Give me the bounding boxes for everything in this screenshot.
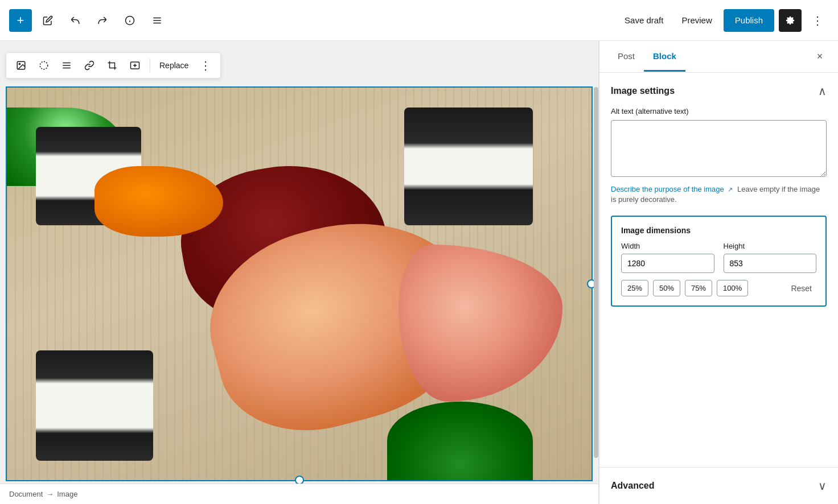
- advanced-chevron-icon: ∨: [818, 479, 827, 493]
- tab-group: Post Block: [609, 42, 685, 71]
- preview-button[interactable]: Preview: [675, 11, 718, 30]
- pct-25-button[interactable]: 25%: [621, 280, 648, 296]
- select-button[interactable]: [34, 55, 54, 76]
- breadcrumb-document[interactable]: Document: [9, 490, 43, 498]
- publish-button[interactable]: Publish: [724, 9, 774, 32]
- toolbar-divider: [150, 59, 150, 72]
- width-input[interactable]: [621, 254, 714, 273]
- height-field: Height: [724, 242, 817, 273]
- breadcrumb-image[interactable]: Image: [57, 490, 77, 498]
- advanced-section: Advanced ∨: [599, 467, 838, 504]
- dimensions-title: Image dimensions: [621, 226, 816, 235]
- image-block[interactable]: [6, 86, 593, 481]
- sidebar-tabs: Post Block ×: [599, 41, 838, 73]
- describe-link-text: Describe the purpose of the image: [611, 185, 724, 193]
- tab-block[interactable]: Block: [644, 42, 685, 72]
- list-view-button[interactable]: [146, 9, 169, 32]
- breadcrumb-arrow: →: [46, 490, 54, 498]
- percent-row: 25% 50% 75% 100% Reset: [621, 280, 816, 296]
- describe-section: Describe the purpose of the image ↗ Leav…: [611, 184, 827, 204]
- image-settings-header: Image settings ∧: [611, 84, 827, 98]
- toolbar-right: Save draft Preview Publish ⋮: [618, 9, 829, 32]
- scrollbar-thumb[interactable]: [594, 87, 598, 457]
- info-button[interactable]: [118, 9, 141, 32]
- width-field: Width: [621, 242, 714, 273]
- alt-text-label: Alt text (alternative text): [611, 107, 827, 115]
- text-overlay-button[interactable]: [125, 55, 145, 76]
- image-block-toolbar: Replace ⋮: [6, 52, 221, 79]
- link-button[interactable]: [79, 55, 100, 76]
- pct-50-button[interactable]: 50%: [653, 280, 680, 296]
- breadcrumb: Document → Image: [0, 484, 598, 504]
- top-toolbar: +: [0, 0, 838, 41]
- align-button[interactable]: [56, 55, 77, 76]
- sidebar-content: Image settings ∧ Alt text (alternative t…: [599, 73, 838, 467]
- external-link-icon: ↗: [728, 186, 733, 193]
- sidebar-close-button[interactable]: ×: [811, 48, 829, 66]
- sidebar: Post Block × Image settings ∧ Alt text (…: [599, 41, 838, 504]
- width-label: Width: [621, 242, 714, 250]
- toolbar-left: +: [9, 9, 169, 32]
- advanced-header[interactable]: Advanced ∨: [611, 479, 827, 493]
- alt-text-input[interactable]: [611, 120, 827, 177]
- svg-point-7: [19, 63, 20, 64]
- image-type-button[interactable]: [11, 55, 31, 76]
- image-dimensions-box: Image dimensions Width Height 25% 50% 75…: [611, 216, 827, 307]
- editor-area: Replace ⋮: [0, 41, 599, 504]
- settings-button[interactable]: [779, 9, 802, 32]
- roe-topping: [95, 166, 223, 237]
- sushi-roll-1: [404, 108, 533, 225]
- pct-100-button[interactable]: 100%: [717, 280, 748, 296]
- replace-button[interactable]: Replace: [155, 59, 193, 72]
- block-more-button[interactable]: ⋮: [195, 55, 216, 76]
- tab-post[interactable]: Post: [609, 42, 644, 72]
- sushi-image: [7, 88, 591, 480]
- add-block-button[interactable]: +: [9, 9, 32, 32]
- green-garnish: [387, 402, 533, 480]
- more-options-button[interactable]: ⋮: [806, 9, 829, 32]
- undo-button[interactable]: [64, 9, 87, 32]
- shrimp-piece: [399, 245, 562, 402]
- height-input[interactable]: [724, 254, 817, 273]
- save-draft-button[interactable]: Save draft: [618, 11, 670, 30]
- sushi-roll-2: [36, 350, 153, 460]
- pen-icon-button[interactable]: [36, 9, 59, 32]
- redo-button[interactable]: [91, 9, 114, 32]
- crop-button[interactable]: [102, 55, 122, 76]
- pct-75-button[interactable]: 75%: [685, 280, 712, 296]
- height-label: Height: [724, 242, 817, 250]
- image-settings-toggle[interactable]: ∧: [818, 84, 827, 98]
- advanced-title: Advanced: [611, 481, 654, 491]
- reset-button[interactable]: Reset: [786, 282, 816, 295]
- describe-link[interactable]: Describe the purpose of the image ↗: [611, 185, 735, 193]
- main-layout: Replace ⋮: [0, 41, 838, 504]
- svg-point-8: [40, 61, 48, 69]
- image-settings-title: Image settings: [611, 86, 675, 96]
- editor-scrollbar[interactable]: [594, 41, 598, 504]
- dimensions-row: Width Height: [621, 242, 816, 273]
